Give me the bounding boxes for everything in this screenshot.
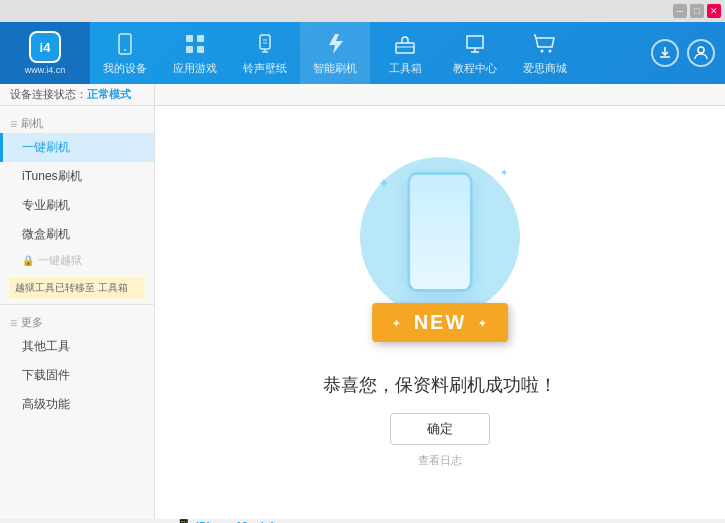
svg-rect-7 <box>197 46 204 53</box>
nav-item-shop[interactable]: 爱思商城 <box>510 22 580 84</box>
logo-url: www.i4.cn <box>25 65 66 75</box>
svg-point-18 <box>549 50 552 53</box>
sidebar-item-pro[interactable]: 专业刷机 <box>0 191 154 220</box>
nav-label-ringtone: 铃声壁纸 <box>243 61 287 76</box>
status-value: 正常模式 <box>87 87 131 102</box>
sidebar-divider <box>0 304 154 305</box>
sidebar-item-itunes[interactable]: iTunes刷机 <box>0 162 154 191</box>
svg-rect-8 <box>260 35 270 49</box>
sidebar-item-onekey[interactable]: 一键刷机 <box>0 133 154 162</box>
success-panel: ✦ ✦ ✦ NEW ✦ 恭喜您，保资料刷机成功啦！ 确定 查看日志 <box>323 157 557 468</box>
svg-rect-4 <box>186 35 193 42</box>
log-link[interactable]: 查看日志 <box>418 453 462 468</box>
sidebar: ≡ 刷机 一键刷机 iTunes刷机 专业刷机 微盒刷机 🔒 一键越狱 越狱工具… <box>0 106 155 519</box>
sidebar-flash-header: ≡ 刷机 <box>0 110 154 133</box>
header: i4 www.i4.cn 我的设备 <box>0 22 725 84</box>
device-name: iPhone 12 mini <box>196 520 274 524</box>
nav-items: 我的设备 应用游戏 <box>90 22 725 84</box>
svg-rect-5 <box>197 35 204 42</box>
status-label: 设备连接状态： <box>10 87 87 102</box>
content-area: ✦ ✦ ✦ NEW ✦ 恭喜您，保资料刷机成功啦！ 确定 查看日志 <box>155 106 725 519</box>
svg-text:i4: i4 <box>40 40 52 55</box>
logo-icon: i4 <box>29 31 61 63</box>
success-title: 恭喜您，保资料刷机成功啦！ <box>323 373 557 397</box>
phone-screen <box>411 175 470 289</box>
sidebar-more-header: ≡ 更多 <box>0 309 154 332</box>
sidebar-item-download[interactable]: 下载固件 <box>0 361 154 390</box>
close-button[interactable]: ✕ <box>707 4 721 18</box>
sidebar-notice: 越狱工具已转移至 工具箱 <box>8 276 146 300</box>
phone-illustration: ✦ ✦ ✦ NEW ✦ <box>350 157 530 357</box>
user-button[interactable] <box>687 39 715 67</box>
sidebar-item-other[interactable]: 其他工具 <box>0 332 154 361</box>
toolbox-icon <box>391 30 419 58</box>
nav-right-controls <box>651 39 725 67</box>
shop-icon <box>531 30 559 58</box>
sidebar-flash-label: 刷机 <box>21 116 43 131</box>
nav-label-apps: 应用游戏 <box>173 61 217 76</box>
status-bar: 设备连接状态： 正常模式 <box>0 84 155 105</box>
menu-more-icon: ≡ <box>10 316 17 330</box>
sidebar-item-jailbreak-disabled: 🔒 一键越狱 <box>0 249 154 272</box>
nav-item-tutorial[interactable]: 教程中心 <box>440 22 510 84</box>
nav-label-shop: 爱思商城 <box>523 61 567 76</box>
svg-point-19 <box>698 47 704 53</box>
nav-label-flash: 智能刷机 <box>313 61 357 76</box>
sidebar-item-advanced[interactable]: 高级功能 <box>0 390 154 419</box>
nav-item-ringtone[interactable]: 铃声壁纸 <box>230 22 300 84</box>
tutorial-icon <box>461 30 489 58</box>
flash-icon <box>321 30 349 58</box>
confirm-button[interactable]: 确定 <box>390 413 490 445</box>
svg-point-3 <box>124 49 126 51</box>
nav-item-device[interactable]: 我的设备 <box>90 22 160 84</box>
svg-rect-6 <box>186 46 193 53</box>
menu-icon: ≡ <box>10 117 17 131</box>
sidebar-more-label: 更多 <box>21 315 43 330</box>
nav-label-device: 我的设备 <box>103 61 147 76</box>
sidebar-item-weihe[interactable]: 微盒刷机 <box>0 220 154 249</box>
nav-item-apps[interactable]: 应用游戏 <box>160 22 230 84</box>
svg-point-17 <box>541 50 544 53</box>
download-button[interactable] <box>651 39 679 67</box>
device-icon <box>111 30 139 58</box>
nav-label-tutorial: 教程中心 <box>453 61 497 76</box>
maximize-button[interactable]: □ <box>690 4 704 18</box>
title-bar: ─ □ ✕ <box>0 0 725 22</box>
ringtone-icon <box>251 30 279 58</box>
sparkle-top-right: ✦ <box>500 167 508 178</box>
nav-item-toolbox[interactable]: 工具箱 <box>370 22 440 84</box>
main-area: ≡ 刷机 一键刷机 iTunes刷机 专业刷机 微盒刷机 🔒 一键越狱 越狱工具… <box>0 106 725 519</box>
new-badge: ✦ NEW ✦ <box>372 303 508 342</box>
nav-label-toolbox: 工具箱 <box>389 61 422 76</box>
logo[interactable]: i4 www.i4.cn <box>0 22 90 84</box>
svg-rect-13 <box>396 43 414 53</box>
nav-item-flash[interactable]: 智能刷机 <box>300 22 370 84</box>
sparkle-top-left: ✦ <box>378 175 390 191</box>
minimize-button[interactable]: ─ <box>673 4 687 18</box>
apps-icon <box>181 30 209 58</box>
phone-device <box>408 172 473 292</box>
